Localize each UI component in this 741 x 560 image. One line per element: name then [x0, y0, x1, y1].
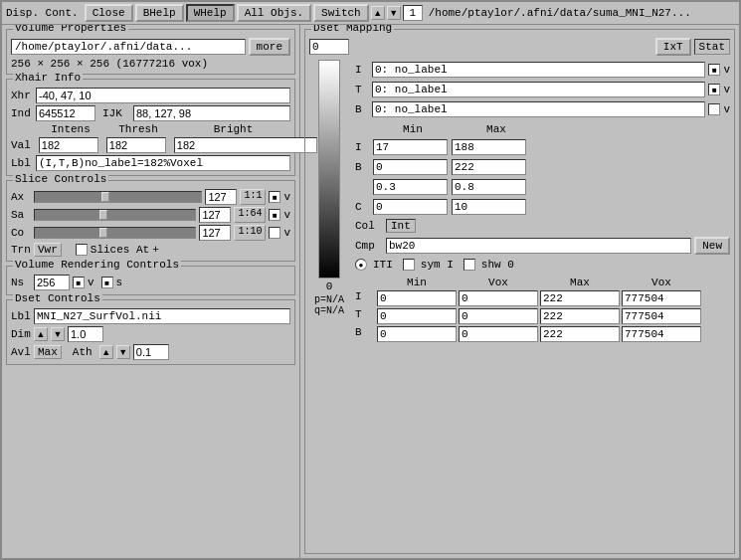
- row-i-vox1: 0: [459, 290, 538, 306]
- slices-at-checkbox[interactable]: [76, 244, 88, 256]
- ax-val[interactable]: [205, 189, 237, 205]
- xhair-group: Xhair Info Xhr Ind IJK Intens Thresh Bri…: [6, 79, 295, 176]
- co-val[interactable]: [199, 225, 231, 241]
- arrow-up-button[interactable]: ▲: [371, 6, 385, 20]
- t-select[interactable]: 0: no_label: [372, 82, 705, 97]
- ijk-label: IJK: [102, 107, 130, 119]
- ixt-button[interactable]: IxT: [655, 38, 691, 56]
- row-b-vox1: 0: [459, 326, 538, 342]
- val3-input[interactable]: [174, 137, 317, 153]
- co-checkbox[interactable]: [269, 227, 280, 239]
- b-max1-input[interactable]: [452, 159, 526, 175]
- avl-btn[interactable]: Max: [34, 345, 62, 359]
- dim-down-button[interactable]: ▼: [51, 327, 65, 341]
- arrow-down-button[interactable]: ▼: [387, 6, 401, 20]
- range-max-input[interactable]: [452, 179, 526, 195]
- row-i-label: I: [355, 290, 375, 306]
- v-checkbox[interactable]: [73, 277, 85, 288]
- volume-render-group: Volume Rendering Controls Ns v s: [6, 266, 295, 295]
- volume-path1: /home/ptaylor/.afni/data...: [11, 39, 246, 55]
- c-max-input[interactable]: [452, 199, 526, 215]
- volume-properties-group: Volume Properties /home/ptaylor/.afni/da…: [6, 29, 295, 75]
- col-btn[interactable]: Int: [386, 219, 416, 233]
- i-max-input[interactable]: [452, 139, 526, 155]
- shw-0-checkbox[interactable]: [463, 259, 475, 271]
- p-label: p=N/A: [314, 294, 344, 305]
- ath-down-button[interactable]: ▼: [116, 345, 130, 359]
- cmp-select[interactable]: bw20: [386, 238, 691, 254]
- val2-input[interactable]: [106, 137, 166, 153]
- i-select[interactable]: 0: no_label: [372, 62, 705, 78]
- row-t-vox1: 0: [459, 308, 538, 324]
- c-label: C: [355, 201, 369, 213]
- range-min-input[interactable]: [373, 179, 448, 195]
- trn-btn[interactable]: Vwr: [34, 243, 62, 257]
- ax-checkbox[interactable]: [269, 191, 280, 203]
- whelp-button[interactable]: WHelp: [186, 4, 235, 22]
- iti-radio[interactable]: [355, 259, 367, 271]
- index-display: 1: [403, 5, 423, 21]
- th-empty: [355, 277, 375, 288]
- switch-button[interactable]: Switch: [313, 4, 369, 22]
- b-min1-input[interactable]: [373, 159, 448, 175]
- i-v-label: v: [723, 64, 730, 76]
- sa-val[interactable]: [199, 207, 231, 223]
- row-t-label: T: [355, 308, 375, 324]
- ax-slider[interactable]: [34, 191, 202, 203]
- dset-controls-group: Dset Controls Lbl MNI_N27_SurfVol.nii Di…: [6, 299, 295, 365]
- ath-label: Ath: [73, 346, 96, 358]
- c-min-input[interactable]: [373, 199, 448, 215]
- v-label: v: [88, 277, 94, 288]
- close-button[interactable]: Close: [85, 4, 133, 22]
- val-label: Val: [11, 139, 31, 151]
- co-slider[interactable]: [34, 227, 196, 239]
- s-checkbox[interactable]: [101, 277, 113, 288]
- ijk-input[interactable]: [133, 105, 290, 121]
- bhelp-button[interactable]: BHelp: [135, 4, 184, 22]
- col-bright: Bright: [176, 123, 290, 135]
- ind-input[interactable]: [36, 105, 95, 121]
- dim-input[interactable]: [68, 326, 103, 342]
- new-button[interactable]: New: [694, 237, 730, 255]
- ax-ratio[interactable]: 1:1: [240, 189, 266, 205]
- sa-label: Sa: [11, 209, 31, 221]
- q-label: q=N/A: [314, 305, 344, 316]
- main-content: Volume Properties /home/ptaylor/.afni/da…: [2, 25, 739, 558]
- xhr-label: Xhr: [11, 90, 33, 101]
- row-i-vox2: 777504: [622, 290, 701, 306]
- b-minmax-label1: B: [355, 161, 369, 173]
- dset-controls-title: Dset Controls: [13, 292, 102, 304]
- ns-label: Ns: [11, 277, 31, 288]
- i-row-label: I: [355, 64, 369, 76]
- sym-i-checkbox[interactable]: [403, 259, 415, 271]
- xhr-input[interactable]: [36, 88, 290, 103]
- path-display: /home/ptaylor/.afni/data/suma_MNI_N27...: [429, 7, 691, 19]
- stat-btn[interactable]: Stat: [694, 39, 730, 55]
- ath-input[interactable]: [133, 344, 169, 360]
- volume-properties-title: Volume Properties: [13, 25, 128, 34]
- map-right: I 0: no_label v T 0: no_label v: [355, 60, 730, 344]
- b-v-checkbox[interactable]: [708, 103, 720, 115]
- slice-controls-group: Slice Controls Ax 1:1 v Sa 1:64 v: [6, 180, 295, 262]
- ns-input[interactable]: [34, 275, 70, 290]
- colorbar-container: 0 p=N/A q=N/A: [309, 60, 349, 344]
- co-ratio[interactable]: 1:10: [234, 225, 266, 241]
- b-select[interactable]: 0: no_label: [372, 101, 705, 117]
- val1-input[interactable]: [39, 137, 98, 153]
- sa-ratio[interactable]: 1:64: [234, 207, 266, 223]
- t-v-checkbox[interactable]: [708, 84, 720, 95]
- more-button[interactable]: more: [249, 38, 290, 56]
- plus-label: +: [152, 244, 159, 256]
- sa-slider[interactable]: [34, 209, 196, 221]
- i-min-input[interactable]: [373, 139, 448, 155]
- dim-up-button[interactable]: ▲: [34, 327, 48, 341]
- right-panel: Dset Mapping 0 IxT Stat 0 p=N/A q=N/A: [300, 25, 739, 558]
- allobjs-button[interactable]: All Objs.: [237, 4, 311, 22]
- disp-cont-label: Disp. Cont.: [6, 7, 79, 19]
- col-intens: Intens: [41, 123, 100, 135]
- i-v-checkbox[interactable]: [708, 64, 720, 76]
- sa-checkbox[interactable]: [269, 209, 280, 221]
- ath-up-button[interactable]: ▲: [99, 345, 113, 359]
- t-v-label: v: [723, 84, 730, 95]
- table-row-i: I 0 0 222 777504: [355, 290, 730, 306]
